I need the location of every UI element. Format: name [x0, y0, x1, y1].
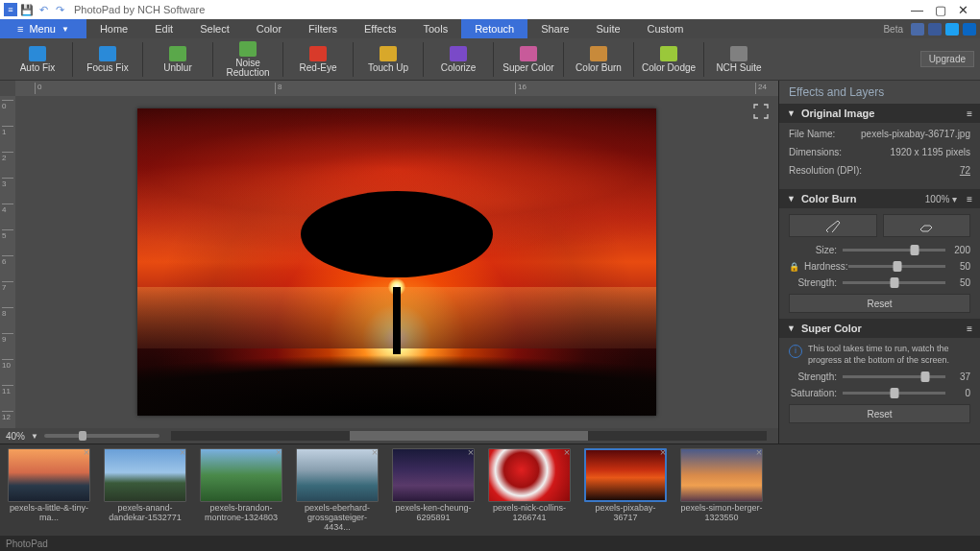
- close-thumbnail-icon[interactable]: ×: [273, 446, 284, 458]
- linkedin-icon[interactable]: [963, 23, 976, 36]
- tool-label: NCH Suite: [716, 63, 761, 73]
- color-dodge-icon: [660, 46, 677, 61]
- close-thumbnail-icon[interactable]: ×: [465, 446, 477, 458]
- info-text: This tool takes time to run, watch the p…: [808, 344, 970, 366]
- hardness-slider[interactable]: [848, 265, 945, 268]
- menu-button[interactable]: ≡ Menu ▼: [0, 19, 86, 38]
- section-menu-icon[interactable]: ≡: [967, 108, 972, 119]
- minimize-button[interactable]: —: [911, 3, 923, 17]
- section-menu-icon[interactable]: ≡: [967, 323, 972, 334]
- undo-icon[interactable]: ↶: [37, 3, 50, 16]
- size-slider[interactable]: [843, 249, 945, 252]
- thumbnail[interactable]: ×pexels-pixabay-36717: [582, 448, 669, 523]
- upgrade-button[interactable]: Upgrade: [920, 51, 974, 67]
- thumbnail[interactable]: ×pexels-a-little-&-tiny-ma...: [6, 448, 92, 523]
- hardness-value: 50: [951, 261, 970, 272]
- brush-tool-button[interactable]: [789, 214, 877, 237]
- thumbnail-image: [584, 448, 667, 502]
- auto-fix-icon: [29, 46, 46, 61]
- chevron-down-icon[interactable]: ▼: [31, 432, 38, 441]
- lock-icon[interactable]: 🔒: [789, 262, 798, 272]
- thumbnail-name: pexels-brandon-montrone-1324803: [199, 504, 283, 523]
- dimensions-value: 1920 x 1195 pixels: [891, 147, 970, 157]
- like-icon[interactable]: [911, 23, 924, 36]
- menu-item-filters[interactable]: Filters: [295, 19, 351, 38]
- facebook-icon[interactable]: [928, 23, 942, 36]
- close-thumbnail-icon[interactable]: ×: [177, 446, 188, 458]
- tool-color-dodge[interactable]: Color Dodge: [637, 38, 700, 81]
- tool-color-burn[interactable]: Color Burn: [567, 38, 630, 81]
- tool-colorize[interactable]: Colorize: [427, 38, 490, 81]
- strength-slider[interactable]: [843, 375, 945, 378]
- thumbnail[interactable]: ×pexels-brandon-montrone-1324803: [198, 448, 284, 523]
- info-icon: i: [789, 345, 802, 358]
- close-thumbnail-icon[interactable]: ×: [561, 446, 573, 458]
- tool-auto-fix[interactable]: Auto Fix: [6, 38, 69, 81]
- zoom-slider[interactable]: [44, 434, 159, 438]
- horizontal-scrollbar[interactable]: [171, 431, 767, 441]
- save-icon[interactable]: 💾: [20, 3, 34, 16]
- opacity-dropdown[interactable]: 100% ▾: [925, 194, 957, 204]
- close-thumbnail-icon[interactable]: ×: [369, 446, 380, 458]
- redo-icon[interactable]: ↷: [53, 3, 66, 16]
- window-controls: — ▢ ✕: [911, 3, 968, 17]
- maximize-button[interactable]: ▢: [935, 3, 946, 17]
- thumbnail[interactable]: ×pexels-simon-berger-1323550: [678, 448, 765, 523]
- size-value: 200: [951, 245, 970, 255]
- thumbnail[interactable]: ×pexels-nick-collins-1266741: [486, 448, 573, 523]
- thumbnail-name: pexels-eberhard-grossgasteiger-4434...: [295, 504, 380, 533]
- filename-key: File Name:: [789, 129, 835, 139]
- section-head-colorburn[interactable]: ▼ Color Burn 100% ▾ ≡: [779, 189, 980, 208]
- tool-red-eye[interactable]: Red-Eye: [286, 38, 350, 81]
- twitter-icon[interactable]: [945, 23, 959, 36]
- section-head-supercolor[interactable]: ▼ Super Color ≡: [779, 319, 980, 338]
- resolution-key: Resolution (DPI):: [789, 165, 862, 176]
- menu-item-tools[interactable]: Tools: [409, 19, 461, 38]
- menu-item-retouch[interactable]: Retouch: [461, 19, 527, 38]
- fullscreen-icon[interactable]: [753, 104, 769, 119]
- menu-item-home[interactable]: Home: [86, 19, 141, 38]
- thumbnail-image: [488, 448, 571, 502]
- section-menu-icon[interactable]: ≡: [967, 194, 972, 204]
- saturation-slider[interactable]: [843, 392, 945, 395]
- menu-item-suite[interactable]: Suite: [582, 19, 633, 38]
- menu-item-color[interactable]: Color: [243, 19, 295, 38]
- thumbnail[interactable]: ×pexels-eberhard-grossgasteiger-4434...: [294, 448, 380, 533]
- strength-slider[interactable]: [843, 281, 945, 284]
- thumbnail-name: pexels-pixabay-36717: [583, 504, 668, 523]
- menu-item-custom[interactable]: Custom: [634, 19, 698, 38]
- menu-item-effects[interactable]: Effects: [351, 19, 409, 38]
- tool-touch-up[interactable]: Touch Up: [356, 38, 420, 81]
- section-head-original[interactable]: ▼ Original Image ≡: [779, 104, 980, 123]
- reset-button[interactable]: Reset: [789, 294, 970, 313]
- menu-item-share[interactable]: Share: [527, 19, 582, 38]
- tool-focus-fix[interactable]: Focus Fix: [76, 38, 139, 81]
- saturation-value: 0: [951, 388, 970, 398]
- strength-label: Strength:: [789, 277, 837, 288]
- close-button[interactable]: ✕: [958, 3, 968, 17]
- tool-nch-suite[interactable]: NCH Suite: [707, 38, 771, 81]
- super-color-icon: [520, 46, 537, 61]
- unblur-icon: [169, 46, 186, 61]
- reset-button[interactable]: Reset: [789, 404, 970, 423]
- noise-reduction-icon: [239, 41, 257, 57]
- canvas-image[interactable]: [137, 108, 656, 416]
- tool-noise-reduction[interactable]: Noise Reduction: [216, 38, 280, 81]
- tool-unblur[interactable]: Unblur: [146, 38, 209, 81]
- menu-item-edit[interactable]: Edit: [141, 19, 186, 38]
- tool-label: Focus Fix: [86, 63, 128, 73]
- viewport[interactable]: [15, 96, 778, 428]
- eraser-tool-button[interactable]: [883, 214, 971, 237]
- chevron-down-icon: ▼: [787, 194, 796, 204]
- strength-value: 50: [951, 277, 970, 288]
- thumbnail[interactable]: ×pexels-ken-cheung-6295891: [390, 448, 477, 523]
- menu-item-select[interactable]: Select: [186, 19, 243, 38]
- thumbnail-image: [8, 448, 90, 502]
- close-thumbnail-icon[interactable]: ×: [657, 446, 669, 458]
- tool-super-color[interactable]: Super Color: [497, 38, 560, 81]
- thumbnail[interactable]: ×pexels-anand-dandekar-1532771: [102, 448, 188, 523]
- tool-label: Colorize: [441, 63, 477, 73]
- close-thumbnail-icon[interactable]: ×: [753, 446, 765, 458]
- panel-title: Effects and Layers: [779, 81, 980, 104]
- close-thumbnail-icon[interactable]: ×: [81, 446, 92, 458]
